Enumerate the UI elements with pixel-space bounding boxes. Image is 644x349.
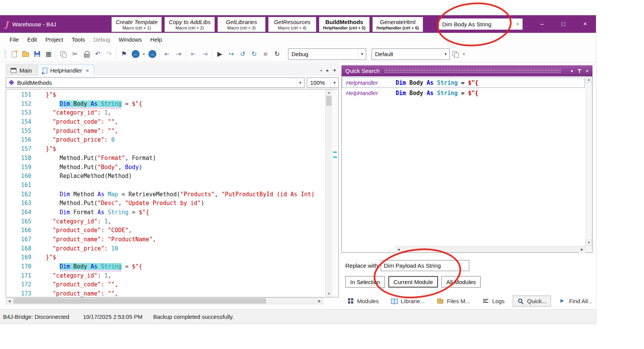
code-line[interactable]: 162 Dim Method As Map = RetrieveMethod("… (6, 190, 338, 199)
bottom-tab-files-m[interactable]: Files M... (433, 296, 474, 306)
step-out-icon[interactable]: ↻ (248, 49, 260, 60)
bottom-tab-quick[interactable]: Quick... (513, 296, 551, 307)
code-line[interactable]: 170 Dim Body As String = $"{ (6, 262, 338, 271)
macro-tab-create-template[interactable]: Create TemplateMacro (ctrl + 1) (111, 17, 162, 32)
rebuild-icon[interactable]: ↻ (271, 49, 283, 60)
pin-icon[interactable] (578, 69, 581, 73)
close-button[interactable]: × (583, 21, 587, 27)
code-line[interactable]: 165 "category_id": 1, (6, 217, 338, 226)
editor-vscrollbar[interactable]: ▲ ▼ (325, 89, 332, 297)
step-into-icon[interactable]: ↪ (225, 49, 237, 60)
code-line[interactable]: 151}"$ (6, 90, 338, 100)
results-vscrollbar[interactable]: ▲ ▼ (585, 76, 592, 252)
bookmark-icon[interactable]: ⚑ (118, 49, 130, 60)
menu-windows[interactable]: Windows (114, 36, 146, 43)
code-line[interactable]: 164 Dim Format As String = $"{ (6, 208, 338, 217)
comment-icon[interactable]: ⇤ (188, 49, 199, 60)
scroll-up-icon[interactable]: ▲ (325, 89, 332, 96)
code-line[interactable]: 159 Method.Put("Body", Body) (6, 163, 338, 172)
scroll-down-icon[interactable]: ▼ (325, 291, 332, 297)
code-editor[interactable]: 151}"$152 Dim Body As String = $"{153 "c… (6, 89, 339, 297)
navigate-forward-icon[interactable]: → (147, 49, 158, 60)
macro-tab-generatehtml[interactable]: GenerateHtmlHelpHandler (ctrl + 6) (372, 17, 423, 32)
back-history-icon[interactable]: ▾ (141, 49, 147, 60)
tab-list-icon[interactable]: ▾ (333, 68, 336, 73)
chevron-down-icon[interactable]: ▾ (358, 49, 366, 60)
zoom-combo[interactable]: 100% ▾ (307, 78, 339, 88)
titlebar-search-box[interactable]: × (439, 18, 523, 30)
menu-project[interactable]: Project (41, 36, 68, 43)
macro-tab-buildmethods[interactable]: BuildMethodsHelpHandler (ctrl + 5) (319, 17, 370, 32)
new-item-icon[interactable] (8, 49, 20, 60)
code-line[interactable]: 158 Method.Put("Format", Format) (6, 154, 338, 163)
code-line[interactable]: 173 "product_name": "", (6, 289, 338, 297)
code-line[interactable]: 169}"$ (6, 253, 338, 262)
chevron-down-icon[interactable]: ▾ (330, 78, 338, 87)
replace-input[interactable] (381, 260, 469, 271)
code-line[interactable]: 155 "product_name": "", (6, 127, 338, 136)
build-config-combo[interactable]: Default▾ (372, 48, 450, 60)
tab-scroll-left-icon[interactable]: ◂ (320, 68, 322, 73)
menu-file[interactable]: File (5, 36, 23, 43)
clipboard-icon[interactable] (450, 49, 461, 60)
macro-tab-getlibraries[interactable]: GetLibrariesMacro (ctrl + 3) (217, 17, 266, 32)
panel-close-icon[interactable]: × (586, 68, 589, 74)
code-line[interactable]: 154 "product_code": "", (6, 118, 338, 127)
macro-tab-copy-to-addlibs[interactable]: Copy to AddLibsMacro (ctrl + 2) (164, 17, 215, 32)
search-results-list[interactable]: HelpHandlerDim Body As String = $"{HelpH… (341, 76, 592, 253)
macro-tab-getresources[interactable]: GetResourcesMacro (ctrl + 4) (268, 17, 316, 32)
redo-icon[interactable]: ↷ (103, 49, 115, 60)
all-modules-button[interactable]: All Modules (441, 276, 481, 288)
tab-scroll-right-icon[interactable]: ▸ (327, 68, 329, 73)
unlock-icon[interactable] (80, 49, 92, 60)
panel-menu-icon[interactable]: ▾ (571, 68, 573, 74)
current-module-button[interactable]: Current Module (388, 276, 438, 288)
duplicate-icon[interactable] (58, 49, 69, 60)
search-result-row[interactable]: HelpHandlerDim Body As String = $"{ (342, 78, 585, 88)
code-line[interactable]: 166 "product_code": "CODE", (6, 226, 338, 235)
scroll-up-icon[interactable]: ▲ (586, 76, 592, 83)
bottom-tab-logs[interactable]: Logs (478, 296, 509, 306)
menu-edit[interactable]: Edit (23, 36, 41, 43)
uncomment-icon[interactable]: ⇥ (199, 49, 211, 60)
code-line[interactable]: 152 Dim Body As String = $"{ (6, 100, 338, 109)
hscroll-thumb[interactable] (13, 298, 266, 304)
cut-icon[interactable]: ✂ (69, 49, 80, 60)
code-line[interactable]: 163 Method.Put("Desc", "Update Product b… (6, 199, 338, 208)
navigate-back-icon[interactable]: ← (130, 49, 141, 60)
code-line[interactable]: 153 "category_id": 1, (6, 108, 338, 118)
editor-hscrollbar[interactable]: ◀ ▶ (6, 297, 323, 304)
tab-helphandler[interactable]: HelpHandler× (38, 65, 94, 76)
scroll-right-icon[interactable]: ▶ (316, 298, 323, 304)
bottom-tab-find-all[interactable]: Find All... (555, 296, 597, 306)
run-icon[interactable]: ▶ (214, 49, 225, 60)
vscroll-thumb[interactable] (326, 96, 332, 106)
chevron-down-icon[interactable]: ▾ (441, 49, 449, 60)
bottom-tab-librarie[interactable]: Librarie... (387, 296, 429, 306)
code-line[interactable]: 157}"$ (6, 145, 338, 154)
scroll-down-icon[interactable]: ▼ (586, 239, 592, 246)
close-tab-icon[interactable]: × (86, 68, 89, 74)
search-result-row[interactable]: HelpHandlerDim Body As String = $"{ (342, 88, 585, 98)
menu-tools[interactable]: Tools (68, 36, 89, 43)
scroll-right-icon[interactable]: ▶ (579, 246, 585, 253)
chevron-down-icon[interactable]: ▾ (296, 78, 304, 87)
code-line[interactable]: 160 ReplaceMethod(Method) (6, 172, 338, 181)
clipboard-dropdown-icon[interactable]: ▾ (461, 49, 467, 60)
code-line[interactable]: 156 "product_price": 0 (6, 136, 338, 145)
indent-icon[interactable]: ⇥ (173, 49, 184, 60)
code-line[interactable]: 172 "product_code": "", (6, 280, 338, 289)
step-over-icon[interactable]: ↺ (237, 49, 248, 60)
scroll-left-icon[interactable]: ◀ (395, 246, 402, 253)
scroll-left-icon[interactable]: ◀ (6, 298, 13, 304)
module-combo[interactable]: BuildMethods ▾ (6, 78, 304, 88)
results-hscrollbar[interactable]: ◀ ▶ (395, 246, 585, 252)
code-line[interactable]: 161 (6, 181, 338, 190)
code-line[interactable]: 171 "category_id": 1, (6, 271, 338, 281)
code-line[interactable]: 167 "product_name": "ProductName", (6, 235, 338, 244)
search-input[interactable] (439, 21, 513, 27)
code-line[interactable]: 168 "product_price": 10 (6, 244, 338, 254)
menu-help[interactable]: Help (146, 36, 166, 43)
clear-search-icon[interactable]: × (513, 21, 522, 27)
debug-mode-combo[interactable]: Debug▾ (288, 48, 366, 60)
